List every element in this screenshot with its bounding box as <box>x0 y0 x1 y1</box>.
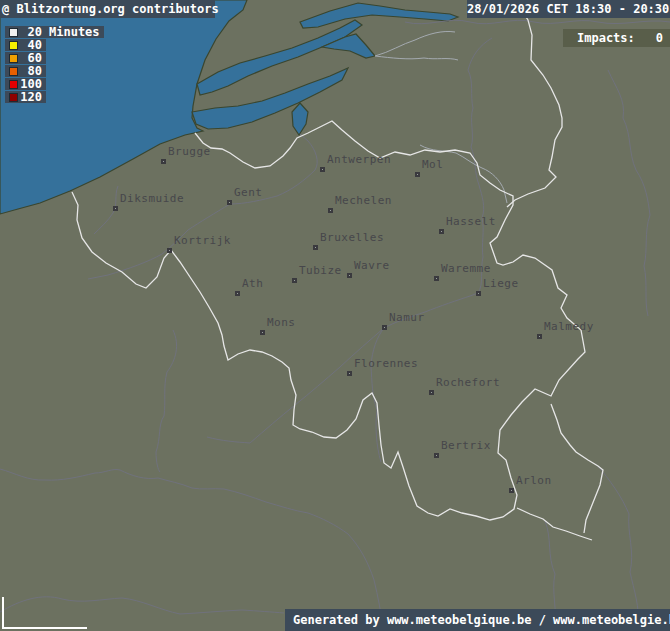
city-label: Florennes <box>354 357 418 370</box>
city-marker-icon <box>382 325 387 330</box>
city-marker-icon <box>347 371 352 376</box>
city-marker-icon <box>227 200 232 205</box>
city-label: Antwerpen <box>327 153 391 166</box>
impacts-value: 0 <box>656 31 663 45</box>
city-marker-icon <box>260 330 265 335</box>
legend-row: 40 <box>5 39 46 51</box>
footer-text: Generated by www.meteobelgique.be / www.… <box>293 613 670 627</box>
city-marker-icon <box>434 276 439 281</box>
city-label: Ath <box>242 277 263 290</box>
legend-value: 100 <box>18 78 42 90</box>
city-label: Bertrix <box>441 439 491 452</box>
legend-suffix: Minutes <box>49 26 100 38</box>
legend-swatch-icon <box>9 54 18 63</box>
city-marker-icon <box>235 291 240 296</box>
legend-value: 20 <box>18 26 42 38</box>
city-marker-icon <box>537 334 542 339</box>
legend-value: 40 <box>18 39 42 51</box>
impacts-box: Impacts: 0 <box>563 29 670 47</box>
legend-value: 60 <box>18 52 42 64</box>
city-label: Mechelen <box>335 194 392 207</box>
city-label: Hasselt <box>446 215 496 228</box>
city-label: Waremme <box>441 262 491 275</box>
datetime-text: 28/01/2026 CET 18:30 - 20:30 <box>467 2 669 16</box>
impacts-label: Impacts: <box>577 31 635 45</box>
legend-value: 80 <box>18 65 42 77</box>
city-label: Bruxelles <box>320 231 384 244</box>
legend-row: 20 Minutes <box>5 26 104 38</box>
city-label: Mol <box>422 158 443 171</box>
city-label: Kortrijk <box>174 234 231 247</box>
city-label: Tubize <box>299 264 342 277</box>
city-marker-icon <box>415 172 420 177</box>
city-marker-icon <box>476 291 481 296</box>
datetime-bar: 28/01/2026 CET 18:30 - 20:30 <box>467 0 670 18</box>
city-marker-icon <box>347 273 352 278</box>
lightning-map-screen: Brugge Diksmuide Gent Kortrijk Antwerpen… <box>0 0 670 631</box>
city-marker-icon <box>313 245 318 250</box>
legend-row: 60 <box>5 52 46 64</box>
city-label: Arlon <box>516 474 552 487</box>
legend-swatch-icon <box>9 41 18 50</box>
city-marker-icon <box>328 208 333 213</box>
city-label: Namur <box>389 311 425 324</box>
credit-bar: @ Blitzortung.org contributors <box>0 0 215 18</box>
city-label: Gent <box>234 186 263 199</box>
city-marker-icon <box>439 229 444 234</box>
city-marker-icon <box>509 488 514 493</box>
city-marker-icon <box>434 453 439 458</box>
legend-swatch-icon <box>9 67 18 76</box>
legend: 20 Minutes 40 60 80 100 120 <box>5 26 104 104</box>
credit-text: @ Blitzortung.org contributors <box>2 2 219 16</box>
legend-swatch-icon <box>9 93 18 102</box>
city-marker-icon <box>320 167 325 172</box>
city-marker-icon <box>292 278 297 283</box>
city-label: Malmedy <box>544 320 594 333</box>
city-label: Liege <box>483 277 519 290</box>
legend-row: 120 <box>5 91 46 103</box>
footer-bar: Generated by www.meteobelgique.be / www.… <box>285 609 670 631</box>
legend-swatch-icon <box>9 80 18 89</box>
city-marker-icon <box>161 159 166 164</box>
city-label: Mons <box>267 316 296 329</box>
city-marker-icon <box>113 206 118 211</box>
city-label: Wavre <box>354 259 390 272</box>
legend-value: 120 <box>18 91 42 103</box>
city-label: Diksmuide <box>120 192 184 205</box>
city-marker-icon <box>167 248 172 253</box>
city-label: Brugge <box>168 145 211 158</box>
city-label: Rochefort <box>436 376 500 389</box>
legend-row: 80 <box>5 65 46 77</box>
city-marker-icon <box>429 390 434 395</box>
legend-swatch-icon <box>9 28 18 37</box>
legend-row: 100 <box>5 78 46 90</box>
